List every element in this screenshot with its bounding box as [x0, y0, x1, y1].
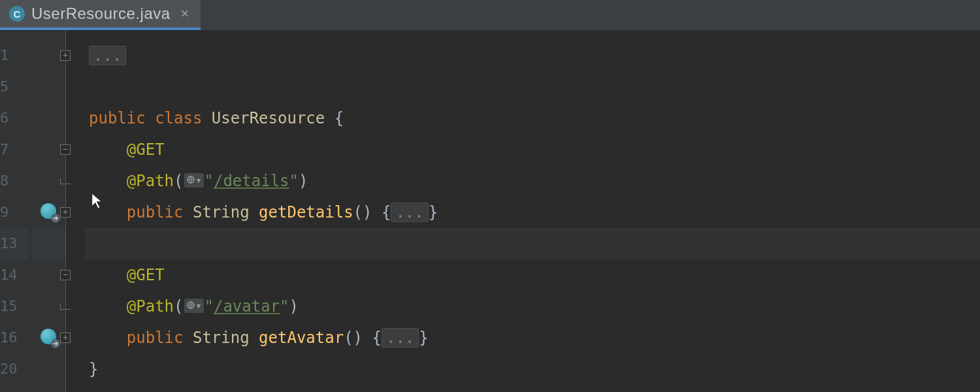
fold-expand-icon[interactable] [60, 207, 71, 218]
fold-collapse-icon[interactable] [60, 144, 71, 155]
code-line[interactable]: public class UserResource { [85, 103, 980, 134]
code-line[interactable]: @GET [85, 134, 980, 165]
rest-endpoint-icon[interactable] [41, 329, 59, 347]
line-number: 8 [0, 165, 27, 197]
code-content[interactable]: ... public class UserResource { @GET @Pa… [85, 31, 980, 392]
code-line-current[interactable] [85, 228, 980, 259]
code-line[interactable]: } [85, 353, 980, 385]
code-editor[interactable]: 1 5 6 7 8 9 13 14 15 16 20 [0, 31, 980, 392]
fold-end-icon [60, 178, 71, 184]
line-number: 5 [0, 71, 27, 103]
close-tab-icon[interactable]: × [177, 5, 189, 22]
fold-gutter [65, 31, 85, 392]
line-number: 1 [0, 40, 27, 71]
folded-region[interactable]: ... [89, 46, 126, 65]
editor-tabbar: C UserResource.java × [0, 0, 980, 31]
code-line[interactable]: public String getAvatar() {...} [85, 322, 980, 353]
line-number-gutter: 1 5 6 7 8 9 13 14 15 16 20 [0, 31, 33, 392]
editor-tab-active[interactable]: C UserResource.java × [0, 0, 201, 30]
fold-expand-icon[interactable] [60, 50, 71, 61]
line-number: 6 [0, 103, 27, 134]
folded-region[interactable]: ... [382, 328, 419, 348]
code-line[interactable]: public String getDetails() {...} [85, 197, 980, 228]
tab-title: UserResource.java [31, 5, 171, 23]
line-number: 20 [0, 353, 27, 385]
fold-collapse-icon[interactable] [60, 270, 71, 280]
code-line[interactable]: @GET [85, 259, 980, 291]
fold-expand-icon[interactable] [60, 333, 71, 343]
code-line[interactable]: @Path(▾"/details") [85, 165, 980, 197]
url-inspection-icon[interactable]: ▾ [184, 299, 204, 313]
rest-endpoint-icon[interactable] [41, 203, 59, 221]
fold-end-icon [60, 303, 71, 310]
line-number: 13 [0, 228, 27, 259]
class-file-icon: C [9, 6, 25, 22]
line-number: 14 [0, 259, 27, 291]
line-number: 9 [0, 197, 27, 228]
line-number: 7 [0, 134, 27, 165]
url-inspection-icon[interactable]: ▾ [184, 173, 204, 188]
line-number: 16 [0, 322, 27, 353]
line-number: 15 [0, 291, 27, 322]
folded-region[interactable]: ... [391, 203, 428, 222]
code-line[interactable]: ... [85, 40, 980, 71]
code-line[interactable]: @Path(▾"/avatar") [85, 291, 980, 322]
code-line[interactable] [85, 71, 980, 103]
